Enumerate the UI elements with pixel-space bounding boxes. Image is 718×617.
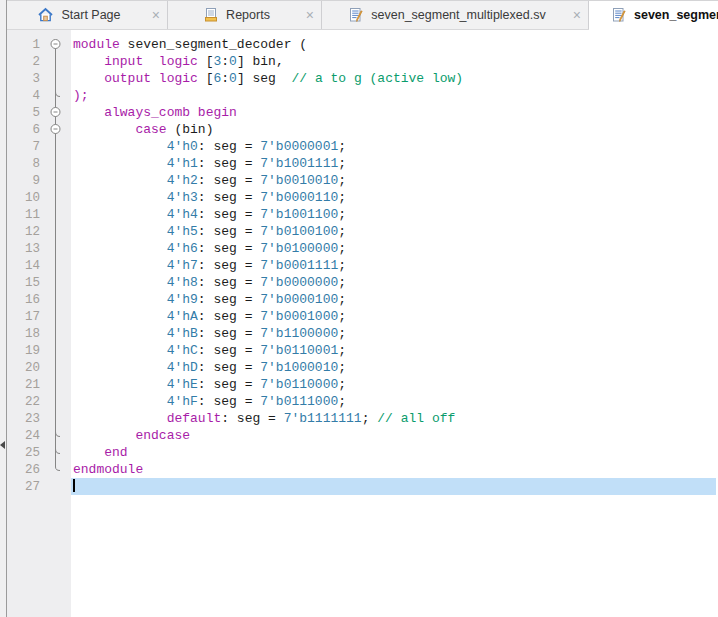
gutter-row: 5: [7, 104, 71, 121]
code-line[interactable]: input logic [3:0] bin,: [71, 53, 718, 70]
line-number: 26: [7, 463, 40, 477]
code-line[interactable]: end: [71, 444, 718, 461]
fold-guide-line: [48, 189, 63, 206]
fold-collapse-icon[interactable]: [48, 121, 63, 138]
file-edit-icon: [611, 7, 627, 23]
tab-label: seven_segment_multiplexed.sv: [371, 8, 545, 22]
gutter-row: 8: [7, 155, 71, 172]
tab-start-page[interactable]: Start Page ×: [7, 1, 168, 29]
gutter-row: 18: [7, 325, 71, 342]
fold-guide-line: [48, 70, 63, 87]
code-line[interactable]: endcase: [71, 427, 718, 444]
code-line[interactable]: 4'hA: seg = 7'b0001000;: [71, 308, 718, 325]
code-line[interactable]: 4'h9: seg = 7'b0000100;: [71, 291, 718, 308]
line-number: 20: [7, 361, 40, 375]
code-line[interactable]: 4'h2: seg = 7'b0010010;: [71, 172, 718, 189]
code-line[interactable]: default: seg = 7'b1111111; // all off: [71, 410, 718, 427]
line-number: 3: [7, 72, 40, 86]
tab-label: seven_segmen: [634, 8, 718, 22]
tab-seven-segment-multiplexed[interactable]: seven_segment_multiplexed.sv ×: [322, 1, 589, 29]
code-line[interactable]: 4'hD: seg = 7'b1000010;: [71, 359, 718, 376]
fold-column-empty: [48, 478, 63, 495]
code-line[interactable]: 4'hC: seg = 7'b0110001;: [71, 342, 718, 359]
gutter-row: 12: [7, 223, 71, 240]
code-line[interactable]: output logic [6:0] seg // a to g (active…: [71, 70, 718, 87]
line-number: 19: [7, 344, 40, 358]
gutter-row: 21: [7, 376, 71, 393]
fold-guide-line: [48, 359, 63, 376]
fold-guide-line: [48, 172, 63, 189]
gutter-row: 4: [7, 87, 71, 104]
line-number: 18: [7, 327, 40, 341]
gutter-row: 19: [7, 342, 71, 359]
gutter-row: 11: [7, 206, 71, 223]
tab-label: Reports: [226, 8, 270, 22]
gutter-row: 23: [7, 410, 71, 427]
line-number: 6: [7, 123, 40, 137]
fold-guide-line: [48, 342, 63, 359]
close-icon[interactable]: ×: [306, 8, 314, 22]
code-line[interactable]: 4'h8: seg = 7'b0000000;: [71, 274, 718, 291]
fold-guide-line: [48, 393, 63, 410]
code-line[interactable]: 4'hE: seg = 7'b0110000;: [71, 376, 718, 393]
fold-guide-line: [48, 257, 63, 274]
close-icon[interactable]: ×: [152, 8, 160, 22]
line-number-gutter: 1234567891011121314151617181920212223242…: [7, 30, 71, 617]
code-line[interactable]: endmodule: [71, 461, 718, 478]
text-caret: [73, 479, 75, 492]
line-number: 10: [7, 191, 40, 205]
gutter-row: 9: [7, 172, 71, 189]
fold-guide-line: [48, 155, 63, 172]
splitter-collapse-arrow[interactable]: [0, 441, 5, 449]
fold-guide-line: [48, 138, 63, 155]
code-line[interactable]: 4'h7: seg = 7'b0001111;: [71, 257, 718, 274]
line-number: 9: [7, 174, 40, 188]
left-splitter[interactable]: [0, 0, 7, 617]
gutter-row: 7: [7, 138, 71, 155]
code-line[interactable]: 4'h5: seg = 7'b0100100;: [71, 223, 718, 240]
code-editor: 1234567891011121314151617181920212223242…: [7, 30, 718, 617]
fold-end-marker: [48, 427, 63, 444]
line-number: 27: [7, 480, 40, 494]
line-number: 14: [7, 259, 40, 273]
tab-seven-segment-decoder-active[interactable]: seven_segmen: [589, 1, 718, 30]
fold-guide-line: [48, 325, 63, 342]
line-number: 24: [7, 429, 40, 443]
code-line[interactable]: always_comb begin: [71, 104, 718, 121]
gutter-row: 6: [7, 121, 71, 138]
code-line[interactable]: module seven_segment_decoder (: [71, 36, 718, 53]
fold-collapse-icon[interactable]: [48, 36, 63, 53]
fold-collapse-icon[interactable]: [48, 104, 63, 121]
code-line[interactable]: 4'h6: seg = 7'b0100000;: [71, 240, 718, 257]
gutter-row: 14: [7, 257, 71, 274]
line-number: 22: [7, 395, 40, 409]
gutter-row: 17: [7, 308, 71, 325]
code-line[interactable]: );: [71, 87, 718, 104]
code-line[interactable]: 4'h1: seg = 7'b1001111;: [71, 155, 718, 172]
fold-end-marker: [48, 87, 63, 104]
fold-guide-line: [48, 376, 63, 393]
line-number: 23: [7, 412, 40, 426]
code-line-current[interactable]: [71, 478, 716, 495]
code-line[interactable]: 4'hB: seg = 7'b1100000;: [71, 325, 718, 342]
code-line[interactable]: case (bin): [71, 121, 718, 138]
fold-guide-line: [48, 223, 63, 240]
line-number: 16: [7, 293, 40, 307]
line-number: 2: [7, 55, 40, 69]
code-line[interactable]: 4'h4: seg = 7'b1001100;: [71, 206, 718, 223]
tab-reports[interactable]: Reports ×: [168, 1, 322, 29]
fold-guide-line: [48, 206, 63, 223]
code-line[interactable]: 4'hF: seg = 7'b0111000;: [71, 393, 718, 410]
line-number: 1: [7, 38, 40, 52]
code-area[interactable]: module seven_segment_decoder ( input log…: [71, 30, 718, 617]
fold-guide-line: [48, 291, 63, 308]
code-line[interactable]: 4'h3: seg = 7'b0000110;: [71, 189, 718, 206]
gutter-row: 15: [7, 274, 71, 291]
gutter-row: 10: [7, 189, 71, 206]
gutter-row: 25: [7, 444, 71, 461]
editor-pane: Start Page × Reports ×: [7, 0, 718, 617]
editor-window: Start Page × Reports ×: [0, 0, 718, 617]
close-icon[interactable]: ×: [573, 8, 581, 22]
code-line[interactable]: 4'h0: seg = 7'b0000001;: [71, 138, 718, 155]
gutter-row: 1: [7, 36, 71, 53]
